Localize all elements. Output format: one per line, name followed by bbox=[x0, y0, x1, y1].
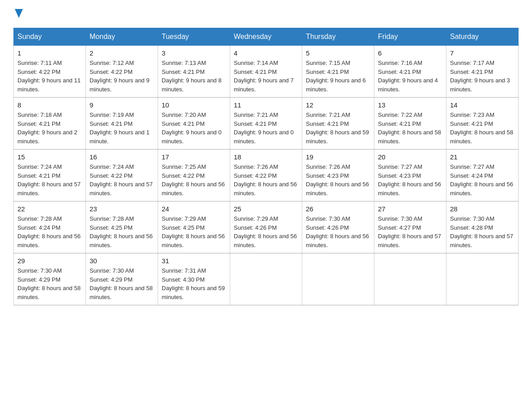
day-info: Sunrise: 7:21 AMSunset: 4:21 PMDaylight:… bbox=[306, 111, 369, 145]
day-info: Sunrise: 7:20 AMSunset: 4:21 PMDaylight:… bbox=[162, 111, 222, 145]
calendar-cell: 15Sunrise: 7:24 AMSunset: 4:21 PMDayligh… bbox=[14, 150, 86, 201]
header-monday: Monday bbox=[86, 28, 158, 46]
page-header bbox=[13, 9, 519, 19]
calendar-cell: 18Sunrise: 7:26 AMSunset: 4:22 PMDayligh… bbox=[230, 150, 302, 201]
calendar-week-row: 15Sunrise: 7:24 AMSunset: 4:21 PMDayligh… bbox=[14, 150, 519, 201]
calendar-cell: 19Sunrise: 7:26 AMSunset: 4:23 PMDayligh… bbox=[302, 150, 374, 201]
calendar-cell: 16Sunrise: 7:24 AMSunset: 4:22 PMDayligh… bbox=[86, 150, 158, 201]
calendar-cell: 23Sunrise: 7:28 AMSunset: 4:25 PMDayligh… bbox=[86, 201, 158, 253]
day-info: Sunrise: 7:12 AMSunset: 4:22 PMDaylight:… bbox=[90, 60, 150, 93]
day-number: 18 bbox=[234, 153, 298, 161]
calendar-cell: 24Sunrise: 7:29 AMSunset: 4:25 PMDayligh… bbox=[158, 201, 230, 253]
calendar-cell bbox=[230, 253, 302, 305]
day-info: Sunrise: 7:27 AMSunset: 4:24 PMDaylight:… bbox=[450, 163, 513, 197]
calendar-cell: 28Sunrise: 7:30 AMSunset: 4:28 PMDayligh… bbox=[446, 201, 519, 253]
day-number: 1 bbox=[17, 49, 82, 57]
day-number: 6 bbox=[378, 49, 442, 57]
day-number: 28 bbox=[450, 205, 515, 213]
calendar-cell: 4Sunrise: 7:14 AMSunset: 4:21 PMDaylight… bbox=[230, 46, 302, 98]
day-info: Sunrise: 7:13 AMSunset: 4:21 PMDaylight:… bbox=[162, 60, 222, 93]
calendar-cell: 9Sunrise: 7:19 AMSunset: 4:21 PMDaylight… bbox=[86, 98, 158, 150]
calendar-cell: 21Sunrise: 7:27 AMSunset: 4:24 PMDayligh… bbox=[446, 150, 519, 201]
day-number: 12 bbox=[306, 101, 370, 109]
day-info: Sunrise: 7:16 AMSunset: 4:21 PMDaylight:… bbox=[378, 60, 438, 93]
calendar-cell bbox=[446, 253, 519, 305]
day-number: 22 bbox=[17, 205, 82, 213]
calendar-cell: 2Sunrise: 7:12 AMSunset: 4:22 PMDaylight… bbox=[86, 46, 158, 98]
calendar-cell bbox=[374, 253, 446, 305]
calendar-week-row: 29Sunrise: 7:30 AMSunset: 4:29 PMDayligh… bbox=[14, 253, 519, 305]
day-info: Sunrise: 7:28 AMSunset: 4:25 PMDaylight:… bbox=[90, 215, 153, 248]
calendar-cell: 1Sunrise: 7:11 AMSunset: 4:22 PMDaylight… bbox=[14, 46, 86, 98]
calendar-cell bbox=[302, 253, 374, 305]
day-info: Sunrise: 7:30 AMSunset: 4:29 PMDaylight:… bbox=[17, 267, 81, 300]
day-info: Sunrise: 7:24 AMSunset: 4:22 PMDaylight:… bbox=[90, 163, 153, 197]
calendar-cell: 3Sunrise: 7:13 AMSunset: 4:21 PMDaylight… bbox=[158, 46, 230, 98]
calendar-cell: 6Sunrise: 7:16 AMSunset: 4:21 PMDaylight… bbox=[374, 46, 446, 98]
day-info: Sunrise: 7:18 AMSunset: 4:21 PMDaylight:… bbox=[17, 111, 77, 145]
day-number: 24 bbox=[162, 205, 226, 213]
calendar-cell: 10Sunrise: 7:20 AMSunset: 4:21 PMDayligh… bbox=[158, 98, 230, 150]
calendar-cell: 8Sunrise: 7:18 AMSunset: 4:21 PMDaylight… bbox=[14, 98, 86, 150]
day-number: 17 bbox=[162, 153, 226, 161]
day-info: Sunrise: 7:23 AMSunset: 4:21 PMDaylight:… bbox=[450, 111, 513, 145]
day-number: 20 bbox=[378, 153, 442, 161]
day-info: Sunrise: 7:30 AMSunset: 4:26 PMDaylight:… bbox=[306, 215, 369, 248]
calendar-table: SundayMondayTuesdayWednesdayThursdayFrid… bbox=[13, 28, 519, 305]
day-info: Sunrise: 7:11 AMSunset: 4:22 PMDaylight:… bbox=[17, 60, 81, 93]
calendar-cell: 29Sunrise: 7:30 AMSunset: 4:29 PMDayligh… bbox=[14, 253, 86, 305]
day-number: 15 bbox=[17, 153, 82, 161]
logo bbox=[13, 9, 23, 19]
day-number: 14 bbox=[450, 101, 515, 109]
day-number: 31 bbox=[162, 257, 226, 265]
header-sunday: Sunday bbox=[14, 28, 86, 46]
day-number: 7 bbox=[450, 49, 515, 57]
header-friday: Friday bbox=[374, 28, 446, 46]
calendar-week-row: 22Sunrise: 7:28 AMSunset: 4:24 PMDayligh… bbox=[14, 201, 519, 253]
calendar-cell: 11Sunrise: 7:21 AMSunset: 4:21 PMDayligh… bbox=[230, 98, 302, 150]
day-number: 11 bbox=[234, 101, 298, 109]
calendar-cell: 13Sunrise: 7:22 AMSunset: 4:21 PMDayligh… bbox=[374, 98, 446, 150]
day-info: Sunrise: 7:26 AMSunset: 4:23 PMDaylight:… bbox=[306, 163, 369, 197]
day-number: 29 bbox=[17, 257, 82, 265]
day-number: 8 bbox=[17, 101, 82, 109]
day-info: Sunrise: 7:21 AMSunset: 4:21 PMDaylight:… bbox=[234, 111, 294, 145]
calendar-week-row: 8Sunrise: 7:18 AMSunset: 4:21 PMDaylight… bbox=[14, 98, 519, 150]
calendar-cell: 22Sunrise: 7:28 AMSunset: 4:24 PMDayligh… bbox=[14, 201, 86, 253]
header-tuesday: Tuesday bbox=[158, 28, 230, 46]
day-info: Sunrise: 7:29 AMSunset: 4:25 PMDaylight:… bbox=[162, 215, 225, 248]
calendar-cell: 17Sunrise: 7:25 AMSunset: 4:22 PMDayligh… bbox=[158, 150, 230, 201]
calendar-cell: 27Sunrise: 7:30 AMSunset: 4:27 PMDayligh… bbox=[374, 201, 446, 253]
day-number: 23 bbox=[90, 205, 154, 213]
day-info: Sunrise: 7:22 AMSunset: 4:21 PMDaylight:… bbox=[378, 111, 441, 145]
day-number: 10 bbox=[162, 101, 226, 109]
calendar-week-row: 1Sunrise: 7:11 AMSunset: 4:22 PMDaylight… bbox=[14, 46, 519, 98]
day-info: Sunrise: 7:30 AMSunset: 4:28 PMDaylight:… bbox=[450, 215, 513, 248]
day-info: Sunrise: 7:25 AMSunset: 4:22 PMDaylight:… bbox=[162, 163, 225, 197]
calendar-cell: 7Sunrise: 7:17 AMSunset: 4:21 PMDaylight… bbox=[446, 46, 519, 98]
day-info: Sunrise: 7:26 AMSunset: 4:22 PMDaylight:… bbox=[234, 163, 297, 197]
calendar-cell: 12Sunrise: 7:21 AMSunset: 4:21 PMDayligh… bbox=[302, 98, 374, 150]
day-info: Sunrise: 7:30 AMSunset: 4:29 PMDaylight:… bbox=[90, 267, 153, 300]
header-saturday: Saturday bbox=[446, 28, 519, 46]
day-number: 5 bbox=[306, 49, 370, 57]
day-info: Sunrise: 7:31 AMSunset: 4:30 PMDaylight:… bbox=[162, 267, 225, 300]
day-number: 4 bbox=[234, 49, 298, 57]
day-number: 9 bbox=[90, 101, 154, 109]
calendar-cell: 25Sunrise: 7:29 AMSunset: 4:26 PMDayligh… bbox=[230, 201, 302, 253]
svg-marker-0 bbox=[15, 9, 23, 18]
logo-arrow-icon bbox=[15, 9, 23, 19]
calendar-cell: 5Sunrise: 7:15 AMSunset: 4:21 PMDaylight… bbox=[302, 46, 374, 98]
header-wednesday: Wednesday bbox=[230, 28, 302, 46]
day-number: 30 bbox=[90, 257, 154, 265]
day-info: Sunrise: 7:24 AMSunset: 4:21 PMDaylight:… bbox=[17, 163, 81, 197]
day-number: 25 bbox=[234, 205, 298, 213]
day-number: 26 bbox=[306, 205, 370, 213]
day-info: Sunrise: 7:17 AMSunset: 4:21 PMDaylight:… bbox=[450, 60, 510, 93]
day-info: Sunrise: 7:30 AMSunset: 4:27 PMDaylight:… bbox=[378, 215, 441, 248]
day-number: 2 bbox=[90, 49, 154, 57]
day-number: 19 bbox=[306, 153, 370, 161]
day-number: 13 bbox=[378, 101, 442, 109]
day-number: 3 bbox=[162, 49, 226, 57]
day-info: Sunrise: 7:29 AMSunset: 4:26 PMDaylight:… bbox=[234, 215, 297, 248]
